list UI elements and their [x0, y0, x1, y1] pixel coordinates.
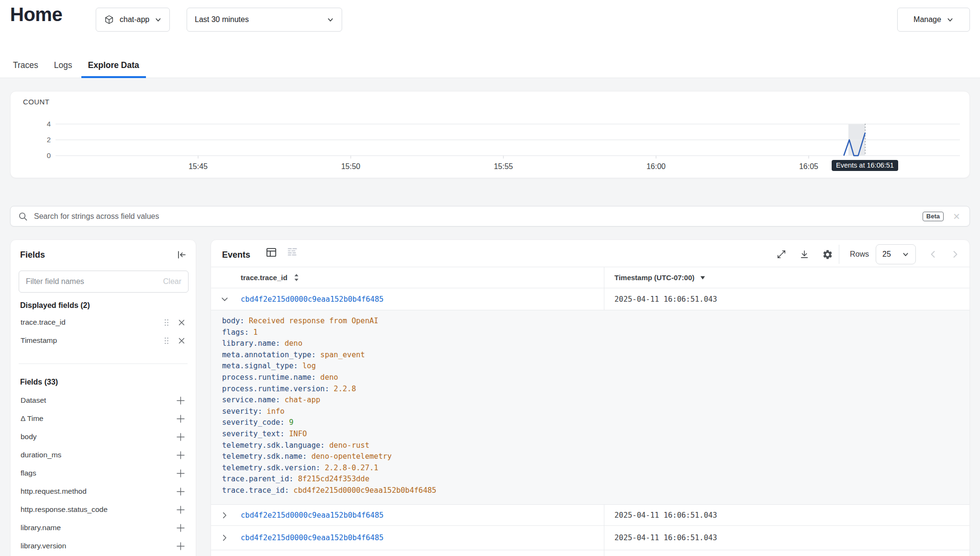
events-toolbar: Rows 25 — [776, 245, 960, 264]
column-header-timestamp[interactable]: Timestamp (UTC-07:00) — [614, 273, 705, 282]
y-tick-label: 0 — [47, 151, 51, 159]
add-field-icon[interactable] — [176, 487, 185, 496]
all-fields-header: Fields (33) — [20, 378, 58, 386]
column-header-label: trace.trace_id — [241, 273, 288, 282]
fields-panel-title: Fields — [20, 250, 45, 260]
column-header-label: Timestamp (UTC-07:00) — [614, 273, 694, 282]
expand-icon[interactable] — [776, 249, 787, 260]
detail-value: 8f215cd24f353dde — [298, 475, 369, 483]
add-field-icon[interactable] — [176, 414, 185, 423]
detail-line: flags1 — [222, 327, 969, 339]
field-name: library.version — [21, 542, 176, 550]
timestamp-value: 2025-04-11 16:06:51.043 — [614, 295, 717, 304]
field-row-http-response-status-code[interactable]: http.response.status_code — [11, 500, 196, 519]
search-input[interactable] — [34, 212, 923, 221]
close-icon[interactable]: × — [953, 211, 960, 222]
previous-page-icon[interactable] — [928, 250, 938, 259]
add-field-icon[interactable] — [176, 396, 185, 405]
field-name: trace.trace_id — [21, 318, 164, 327]
tab-traces[interactable]: Traces — [6, 54, 45, 78]
field-name: Dataset — [21, 396, 176, 405]
detail-key: library.name — [222, 339, 285, 348]
search-icon — [18, 212, 28, 221]
field-row-library-name[interactable]: library.name — [11, 519, 196, 537]
drag-handle-icon[interactable] — [164, 337, 169, 345]
field-row-body[interactable]: body — [11, 428, 196, 446]
detail-line: telemetry.sdk.version2.2.8-0.27.1 — [222, 463, 969, 474]
chart-plot-area[interactable]: 42015:4515:5015:5516:0016:05 — [11, 115, 970, 179]
timestamp-value: 2025-04-11 16:06:51.043 — [614, 511, 717, 520]
field-row-duration-ms[interactable]: duration_ms — [11, 446, 196, 464]
field-row-http-request-method[interactable]: http.request.method — [11, 482, 196, 500]
detail-value: deno — [320, 373, 338, 382]
trace-id-link[interactable]: cbd4f2e215d0000c9eaa152b0b4f6485 — [241, 511, 384, 520]
detail-line: telemetry.sdk.languagedeno-rust — [222, 440, 969, 452]
chevron-down-icon[interactable] — [221, 295, 229, 303]
field-row-delta-time[interactable]: Δ Time — [11, 409, 196, 428]
add-field-icon[interactable] — [176, 542, 185, 551]
add-field-icon[interactable] — [176, 523, 185, 533]
detail-line: trace.trace_idcbd4f2e215d0000c9eaa152b0b… — [222, 485, 969, 497]
chevron-down-icon — [902, 251, 909, 258]
events-panel: Events Rows 25 trace.trace_id — [211, 239, 970, 556]
divider — [19, 363, 188, 364]
detail-value: deno — [285, 339, 302, 348]
event-row[interactable]: cbd4f2e215d0000c9eaa152b0b4f6485 2025-04… — [211, 526, 969, 550]
column-header-trace-id[interactable]: trace.trace_id — [241, 267, 299, 288]
resource-picker-dropdown[interactable]: chat-app — [96, 8, 170, 32]
detail-line: severity_code9 — [222, 417, 969, 429]
manage-button[interactable]: Manage — [897, 8, 970, 32]
events-count-chart: COUNT 42015:4515:5015:5516:0016:05 Event… — [10, 91, 970, 178]
displayed-field-row[interactable]: trace.trace_id — [11, 313, 196, 331]
add-field-icon[interactable] — [176, 469, 185, 478]
field-name: library.name — [21, 523, 176, 532]
table-view-icon[interactable] — [265, 246, 278, 259]
displayed-fields-header: Displayed fields (2) — [20, 301, 90, 310]
add-field-icon[interactable] — [176, 505, 185, 514]
field-name: http.response.status_code — [21, 505, 176, 514]
field-row-flags[interactable]: flags — [11, 464, 196, 482]
field-row-dataset[interactable]: Dataset — [11, 391, 196, 409]
tab-explore-data[interactable]: Explore Data — [81, 54, 146, 78]
chevron-down-icon — [327, 16, 334, 23]
field-name: Δ Time — [21, 414, 176, 423]
page-title: Home — [10, 4, 62, 25]
download-icon[interactable] — [799, 249, 810, 260]
event-row[interactable]: cbd4f2e215d0000c9eaa152b0b4f6485 2025-04… — [211, 505, 969, 526]
detail-value: cbd4f2e215d0000c9eaa152b0b4f6485 — [293, 486, 436, 495]
add-field-icon[interactable] — [176, 451, 185, 460]
fields-panel: Fields Clear Displayed fields (2) trace.… — [10, 239, 196, 556]
detail-key: telemetry.sdk.version — [222, 464, 325, 472]
field-row-library-version[interactable]: library.version — [11, 537, 196, 555]
trace-id-link[interactable]: cbd4f2e215d0000c9eaa152b0b4f6485 — [241, 295, 384, 304]
time-range-dropdown[interactable]: Last 30 minutes — [187, 8, 342, 32]
remove-field-icon[interactable] — [178, 319, 185, 326]
x-tick-label: 15:50 — [341, 162, 360, 170]
x-tick-label: 15:55 — [494, 162, 513, 170]
trace-id-link[interactable]: cbd4f2e215d0000c9eaa152b0b4f6485 — [241, 533, 384, 542]
chevron-right-icon[interactable] — [221, 534, 229, 542]
list-view-icon[interactable] — [286, 246, 299, 259]
add-field-icon[interactable] — [176, 432, 185, 442]
collapse-panel-icon[interactable] — [177, 250, 187, 260]
clear-filter-button[interactable]: Clear — [163, 277, 181, 286]
detail-key: trace.trace_id — [222, 486, 293, 495]
manage-button-label: Manage — [913, 15, 941, 24]
chevron-right-icon[interactable] — [221, 511, 229, 519]
tab-logs[interactable]: Logs — [47, 54, 79, 78]
detail-line: telemetry.sdk.namedeno-opentelemetry — [222, 451, 969, 463]
detail-key: process.runtime.name — [222, 373, 320, 382]
event-row[interactable]: cbd4f2e215d0000c9eaa152b0b4f6485 2025-04… — [211, 288, 969, 310]
field-filter-input[interactable] — [26, 277, 163, 286]
settings-gear-icon[interactable] — [822, 249, 833, 260]
displayed-field-row[interactable]: Timestamp — [11, 331, 196, 350]
remove-field-icon[interactable] — [178, 337, 185, 344]
detail-line: trace.parent_id8f215cd24f353dde — [222, 474, 969, 485]
timestamp-value: 2025-04-11 16:06:51.043 — [614, 533, 717, 542]
detail-line: severity_textINFO — [222, 429, 969, 440]
drag-handle-icon[interactable] — [164, 318, 169, 327]
detail-key: service.name — [222, 396, 285, 404]
detail-line: library.namedeno — [222, 338, 969, 350]
next-page-icon[interactable] — [950, 250, 960, 259]
rows-per-page-select[interactable]: 25 — [876, 244, 916, 264]
